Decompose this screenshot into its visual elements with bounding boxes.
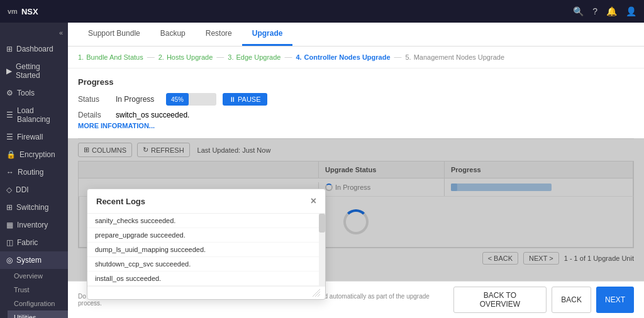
main-layout: « ⊞ Dashboard ▶ Getting Started ⚙ Tools … [0,23,644,318]
tab-restore[interactable]: Restore [196,23,242,46]
tools-icon: ⚙ [6,89,13,97]
sidebar-item-fabric[interactable]: ◫ Fabric [0,234,68,251]
notification-icon[interactable]: 🔔 [606,6,617,16]
sidebar-item-label: Fabric [17,238,38,247]
sidebar-item-label: Switching [16,203,48,212]
user-icon[interactable]: 👤 [626,6,636,16]
status-label: Status [78,95,109,104]
search-icon[interactable]: 🔍 [573,6,584,16]
sidebar-item-label: Inventory [17,221,48,229]
log-item: install_os succeeded. [87,271,325,286]
progress-status-row: Status In Progress 45% ⏸ PAUSE [78,93,634,106]
wizard-step-4[interactable]: 4. Controller Nodes Upgrade [296,53,390,61]
pause-button[interactable]: ⏸ PAUSE [223,93,267,106]
next-button[interactable]: NEXT [596,287,634,313]
progress-bar-fill: 45% [166,93,189,106]
sidebar-item-label: Load Balancing [17,106,62,124]
table-area: Recent Logs × sanity_checks succeeded. p… [68,138,644,281]
progress-bar: 45% [166,93,216,106]
log-item: sanity_checks succeeded. [87,214,325,228]
sidebar-item-firewall[interactable]: ☰ Firewall [0,128,68,146]
sidebar-collapse-btn[interactable]: « [0,25,68,40]
step-2-num: 2. [158,53,164,61]
wizard-steps: 1. Bundle And Status — 2. Hosts Upgrade … [68,47,644,69]
content-area: Support Bundle Backup Restore Upgrade 1.… [68,23,644,318]
wizard-step-2[interactable]: 2. Hosts Upgrade [158,53,213,61]
resize-handle-icon [313,289,320,297]
app-logo: vm NSX [8,7,38,16]
step-4-num: 4. [296,53,301,61]
step-1-label: Bundle And Status [86,53,143,61]
sidebar-item-load-balancing[interactable]: ☰ Load Balancing [0,102,68,128]
switching-icon: ⊞ [6,203,13,212]
sidebar-item-routing[interactable]: ↔ Routing [0,163,68,181]
status-value: In Progress [116,95,160,104]
wizard-step-5[interactable]: 5. Management Nodes Upgrade [406,53,505,61]
sidebar-sub-system: Overview Trust Configuration Utilities U… [0,269,68,318]
modal-footer [87,286,325,299]
sidebar-item-tools[interactable]: ⚙ Tools [0,84,68,102]
step-divider-4: — [394,53,402,62]
step-5-num: 5. [406,53,411,61]
routing-icon: ↔ [6,168,14,177]
progress-pct-label: 45% [171,96,184,103]
sidebar-item-getting-started[interactable]: ▶ Getting Started [0,58,68,84]
back-button[interactable]: BACK [552,287,591,313]
sidebar-item-dashboard[interactable]: ⊞ Dashboard [0,40,68,58]
sidebar-item-switching[interactable]: ⊞ Switching [0,199,68,216]
sidebar-item-label: Dashboard [16,45,53,53]
sidebar-item-system[interactable]: ◎ System [0,251,68,269]
wizard-step-1[interactable]: 1. Bundle And Status [78,53,143,61]
step-4-label: Controller Nodes Upgrade [304,53,391,61]
sidebar-item-label: Tools [17,89,35,97]
sidebar-item-label: DDI [16,185,29,194]
log-item: dump_ls_uuid_mapping succeeded. [87,243,325,257]
svg-line-1 [315,292,320,297]
sidebar-item-label: System [16,256,42,265]
tab-support-bundle[interactable]: Support Bundle [78,23,150,46]
details-row: Details switch_os succeeded. [78,111,634,119]
modal-close-button[interactable]: × [311,195,316,207]
tab-upgrade[interactable]: Upgrade [242,23,293,46]
fabric-icon: ◫ [6,238,13,247]
step-5-label: Management Nodes Upgrade [414,53,504,61]
modal-title: Recent Logs [96,197,145,206]
sidebar-sub-item-trust[interactable]: Trust [8,283,68,297]
topbar-icons: 🔍 ? 🔔 👤 [573,6,636,16]
more-info-link[interactable]: MORE INFORMATION... [78,122,634,129]
step-1-num: 1. [78,53,84,61]
load-balancing-icon: ☰ [6,111,13,119]
back-to-overview-button[interactable]: BACK TO OVERVIEW [453,287,547,313]
dashboard-icon: ⊞ [6,45,13,53]
app-name: NSX [21,7,38,16]
sidebar-item-inventory[interactable]: ▦ Inventory [0,216,68,234]
scrollbar-thumb[interactable] [319,214,325,233]
sidebar-sub-item-overview[interactable]: Overview [8,269,68,283]
help-icon[interactable]: ? [592,6,597,16]
sidebar-sub-item-utilities[interactable]: Utilities [8,310,68,318]
log-list: sanity_checks succeeded. prepare_upgrade… [87,214,325,286]
topbar: vm NSX 🔍 ? 🔔 👤 [0,0,644,23]
details-value: switch_os succeeded. [116,111,189,119]
step-3-num: 3. [228,53,233,61]
sidebar-item-ddi[interactable]: ◇ DDI [0,181,68,199]
step-divider-3: — [284,53,292,62]
footer-buttons: BACK TO OVERVIEW BACK NEXT [453,287,634,313]
sidebar-sub-item-configuration[interactable]: Configuration [8,297,68,310]
details-label: Details [78,111,109,119]
wizard-step-3[interactable]: 3. Edge Upgrade [228,53,280,61]
sidebar: « ⊞ Dashboard ▶ Getting Started ⚙ Tools … [0,23,68,318]
getting-started-icon: ▶ [6,67,12,75]
system-icon: ◎ [6,256,13,265]
sidebar-item-label: Routing [18,168,43,177]
svg-line-2 [318,294,320,297]
sidebar-item-encryption[interactable]: 🔒 Encryption [0,146,68,163]
double-chevron-icon: « [59,29,63,36]
progress-title: Progress [78,77,634,87]
progress-section: Progress Status In Progress 45% ⏸ PAUSE … [68,69,644,138]
inventory-icon: ▦ [6,221,13,229]
ddi-icon: ◇ [6,185,12,194]
tab-backup[interactable]: Backup [150,23,196,46]
scrollbar-track[interactable] [319,214,325,286]
modal-body: sanity_checks succeeded. prepare_upgrade… [87,214,325,286]
